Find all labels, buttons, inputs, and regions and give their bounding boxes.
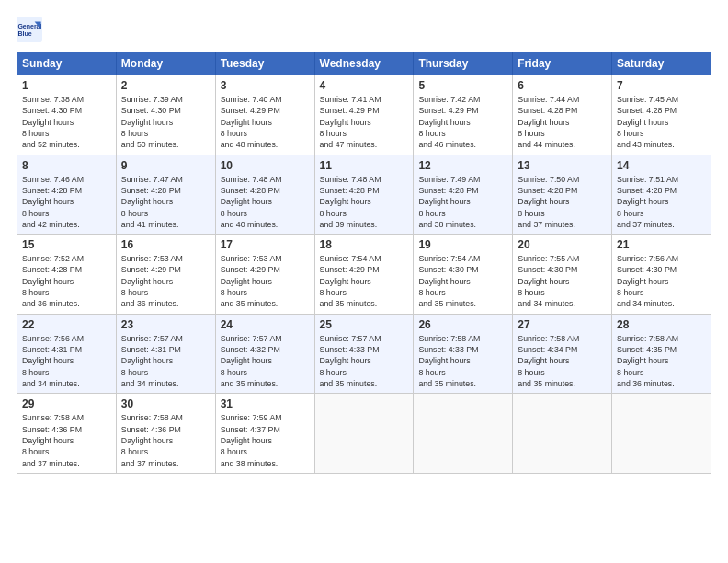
calendar-day-cell	[414, 394, 513, 474]
day-number: 14	[617, 159, 706, 172]
calendar-day-cell: 1 Sunrise: 7:38 AM Sunset: 4:30 PM Dayli…	[17, 75, 117, 155]
day-info: Sunrise: 7:41 AM Sunset: 4:29 PM Dayligh…	[320, 94, 409, 151]
day-number: 21	[617, 238, 706, 251]
day-number: 9	[121, 159, 210, 172]
calendar-table: Sunday Monday Tuesday Wednesday Thursday…	[17, 52, 711, 474]
day-info: Sunrise: 7:57 AM Sunset: 4:31 PM Dayligh…	[121, 333, 210, 390]
calendar-day-cell: 14 Sunrise: 7:51 AM Sunset: 4:28 PM Dayl…	[612, 155, 711, 235]
day-info: Sunrise: 7:56 AM Sunset: 4:31 PM Dayligh…	[22, 333, 111, 390]
col-thursday: Thursday	[414, 52, 513, 75]
day-info: Sunrise: 7:58 AM Sunset: 4:36 PM Dayligh…	[121, 412, 210, 469]
day-number: 7	[617, 79, 706, 92]
day-number: 20	[518, 238, 607, 251]
calendar-day-cell	[612, 394, 711, 474]
calendar-day-cell: 6 Sunrise: 7:44 AM Sunset: 4:28 PM Dayli…	[513, 75, 612, 155]
day-info: Sunrise: 7:56 AM Sunset: 4:30 PM Dayligh…	[617, 253, 706, 310]
day-info: Sunrise: 7:54 AM Sunset: 4:30 PM Dayligh…	[418, 253, 507, 310]
calendar-week-row: 22 Sunrise: 7:56 AM Sunset: 4:31 PM Dayl…	[17, 314, 711, 394]
day-info: Sunrise: 7:57 AM Sunset: 4:32 PM Dayligh…	[221, 333, 310, 390]
calendar-day-cell: 18 Sunrise: 7:54 AM Sunset: 4:29 PM Dayl…	[314, 235, 414, 315]
logo: General Blue	[17, 17, 46, 42]
calendar-week-row: 8 Sunrise: 7:46 AM Sunset: 4:28 PM Dayli…	[17, 155, 711, 235]
calendar-day-cell: 28 Sunrise: 7:58 AM Sunset: 4:35 PM Dayl…	[612, 314, 711, 394]
day-info: Sunrise: 7:50 AM Sunset: 4:28 PM Dayligh…	[518, 174, 607, 231]
day-info: Sunrise: 7:48 AM Sunset: 4:28 PM Dayligh…	[320, 174, 409, 231]
calendar-header-row: Sunday Monday Tuesday Wednesday Thursday…	[17, 52, 711, 75]
calendar-day-cell: 24 Sunrise: 7:57 AM Sunset: 4:32 PM Dayl…	[215, 314, 314, 394]
svg-text:Blue: Blue	[17, 30, 31, 37]
day-info: Sunrise: 7:44 AM Sunset: 4:28 PM Dayligh…	[518, 94, 607, 151]
day-info: Sunrise: 7:52 AM Sunset: 4:28 PM Dayligh…	[22, 253, 111, 310]
day-info: Sunrise: 7:48 AM Sunset: 4:28 PM Dayligh…	[221, 174, 310, 231]
calendar-day-cell: 30 Sunrise: 7:58 AM Sunset: 4:36 PM Dayl…	[116, 394, 215, 474]
col-friday: Friday	[513, 52, 612, 75]
calendar-day-cell: 13 Sunrise: 7:50 AM Sunset: 4:28 PM Dayl…	[513, 155, 612, 235]
calendar-day-cell: 8 Sunrise: 7:46 AM Sunset: 4:28 PM Dayli…	[17, 155, 117, 235]
day-number: 15	[22, 238, 111, 251]
calendar-day-cell: 10 Sunrise: 7:48 AM Sunset: 4:28 PM Dayl…	[215, 155, 314, 235]
day-info: Sunrise: 7:57 AM Sunset: 4:33 PM Dayligh…	[320, 333, 409, 390]
calendar-day-cell: 2 Sunrise: 7:39 AM Sunset: 4:30 PM Dayli…	[116, 75, 215, 155]
calendar-week-row: 1 Sunrise: 7:38 AM Sunset: 4:30 PM Dayli…	[17, 75, 711, 155]
col-sunday: Sunday	[17, 52, 117, 75]
calendar-day-cell: 15 Sunrise: 7:52 AM Sunset: 4:28 PM Dayl…	[17, 235, 117, 315]
calendar-week-row: 29 Sunrise: 7:58 AM Sunset: 4:36 PM Dayl…	[17, 394, 711, 474]
calendar-day-cell: 19 Sunrise: 7:54 AM Sunset: 4:30 PM Dayl…	[414, 235, 513, 315]
day-info: Sunrise: 7:49 AM Sunset: 4:28 PM Dayligh…	[418, 174, 507, 231]
calendar-day-cell: 23 Sunrise: 7:57 AM Sunset: 4:31 PM Dayl…	[116, 314, 215, 394]
day-number: 16	[121, 238, 210, 251]
calendar-day-cell: 25 Sunrise: 7:57 AM Sunset: 4:33 PM Dayl…	[314, 314, 414, 394]
day-info: Sunrise: 7:47 AM Sunset: 4:28 PM Dayligh…	[121, 174, 210, 231]
calendar-day-cell	[314, 394, 414, 474]
day-number: 26	[418, 318, 507, 331]
day-number: 31	[221, 397, 310, 410]
calendar-day-cell: 16 Sunrise: 7:53 AM Sunset: 4:29 PM Dayl…	[116, 235, 215, 315]
day-info: Sunrise: 7:39 AM Sunset: 4:30 PM Dayligh…	[121, 94, 210, 151]
day-info: Sunrise: 7:46 AM Sunset: 4:28 PM Dayligh…	[22, 174, 111, 231]
day-info: Sunrise: 7:54 AM Sunset: 4:29 PM Dayligh…	[320, 253, 409, 310]
col-wednesday: Wednesday	[314, 52, 414, 75]
calendar-day-cell: 17 Sunrise: 7:53 AM Sunset: 4:29 PM Dayl…	[215, 235, 314, 315]
day-number: 12	[418, 159, 507, 172]
day-info: Sunrise: 7:51 AM Sunset: 4:28 PM Dayligh…	[617, 174, 706, 231]
col-saturday: Saturday	[612, 52, 711, 75]
day-info: Sunrise: 7:38 AM Sunset: 4:30 PM Dayligh…	[22, 94, 111, 151]
logo-icon: General Blue	[17, 17, 42, 42]
day-number: 1	[22, 79, 111, 92]
day-info: Sunrise: 7:42 AM Sunset: 4:29 PM Dayligh…	[418, 94, 507, 151]
svg-rect-0	[17, 17, 42, 42]
col-tuesday: Tuesday	[215, 52, 314, 75]
day-info: Sunrise: 7:53 AM Sunset: 4:29 PM Dayligh…	[121, 253, 210, 310]
calendar-day-cell: 11 Sunrise: 7:48 AM Sunset: 4:28 PM Dayl…	[314, 155, 414, 235]
page-header: General Blue	[17, 17, 711, 42]
day-info: Sunrise: 7:53 AM Sunset: 4:29 PM Dayligh…	[221, 253, 310, 310]
calendar-day-cell: 4 Sunrise: 7:41 AM Sunset: 4:29 PM Dayli…	[314, 75, 414, 155]
calendar-day-cell: 9 Sunrise: 7:47 AM Sunset: 4:28 PM Dayli…	[116, 155, 215, 235]
calendar-day-cell: 31 Sunrise: 7:59 AM Sunset: 4:37 PM Dayl…	[215, 394, 314, 474]
day-info: Sunrise: 7:55 AM Sunset: 4:30 PM Dayligh…	[518, 253, 607, 310]
page-container: General Blue Sunday Monday Tuesday Wedne…	[0, 0, 728, 483]
day-number: 11	[320, 159, 409, 172]
calendar-day-cell	[513, 394, 612, 474]
day-number: 29	[22, 397, 111, 410]
day-number: 27	[518, 318, 607, 331]
calendar-day-cell: 5 Sunrise: 7:42 AM Sunset: 4:29 PM Dayli…	[414, 75, 513, 155]
calendar-day-cell: 3 Sunrise: 7:40 AM Sunset: 4:29 PM Dayli…	[215, 75, 314, 155]
calendar-day-cell: 22 Sunrise: 7:56 AM Sunset: 4:31 PM Dayl…	[17, 314, 117, 394]
calendar-day-cell: 20 Sunrise: 7:55 AM Sunset: 4:30 PM Dayl…	[513, 235, 612, 315]
calendar-day-cell: 21 Sunrise: 7:56 AM Sunset: 4:30 PM Dayl…	[612, 235, 711, 315]
day-info: Sunrise: 7:45 AM Sunset: 4:28 PM Dayligh…	[617, 94, 706, 151]
day-info: Sunrise: 7:40 AM Sunset: 4:29 PM Dayligh…	[221, 94, 310, 151]
calendar-day-cell: 27 Sunrise: 7:58 AM Sunset: 4:34 PM Dayl…	[513, 314, 612, 394]
col-monday: Monday	[116, 52, 215, 75]
calendar-week-row: 15 Sunrise: 7:52 AM Sunset: 4:28 PM Dayl…	[17, 235, 711, 315]
day-info: Sunrise: 7:58 AM Sunset: 4:33 PM Dayligh…	[418, 333, 507, 390]
day-number: 6	[518, 79, 607, 92]
day-number: 25	[320, 318, 409, 331]
day-info: Sunrise: 7:58 AM Sunset: 4:34 PM Dayligh…	[518, 333, 607, 390]
day-info: Sunrise: 7:58 AM Sunset: 4:36 PM Dayligh…	[22, 412, 111, 469]
day-number: 10	[221, 159, 310, 172]
day-info: Sunrise: 7:59 AM Sunset: 4:37 PM Dayligh…	[221, 412, 310, 469]
day-number: 17	[221, 238, 310, 251]
day-number: 24	[221, 318, 310, 331]
